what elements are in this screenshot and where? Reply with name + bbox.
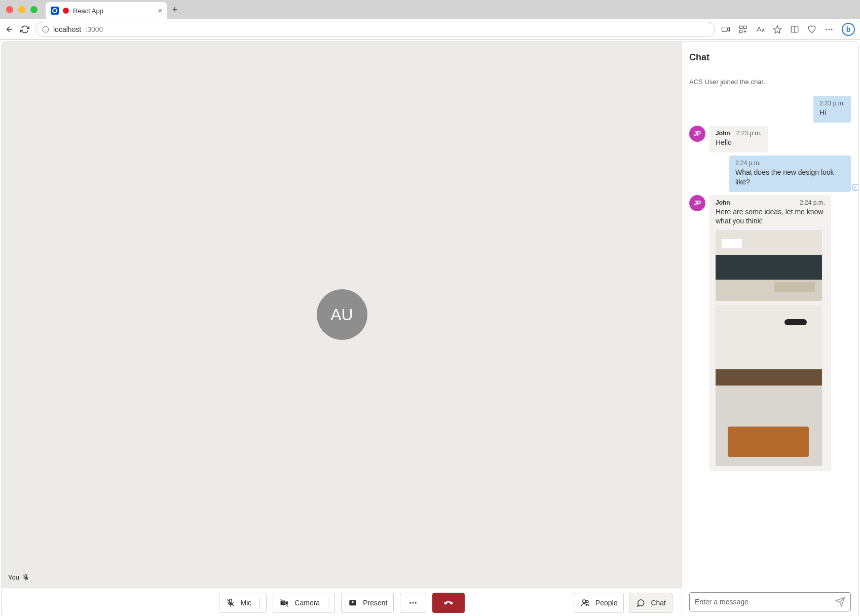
message-time: 2:24 p.m. (800, 199, 825, 206)
mic-button[interactable]: Mic (219, 593, 267, 613)
present-icon (348, 598, 358, 608)
hangup-button[interactable] (432, 593, 465, 613)
mic-label: Mic (241, 599, 252, 607)
svg-rect-4 (739, 26, 742, 28)
message-text: Hi (819, 108, 845, 118)
window-minimize-button[interactable] (18, 6, 25, 13)
self-name: You (8, 573, 19, 581)
svg-rect-3 (722, 27, 728, 32)
new-tab-button[interactable]: + (167, 5, 182, 15)
camera-label: Camera (294, 599, 320, 607)
call-controls-bar: Mic Camera Present (2, 587, 682, 616)
message-time: 2:24 p.m. (735, 160, 761, 167)
address-bar[interactable]: localhost:3000 (35, 22, 715, 37)
message-bubble[interactable]: 2:23 p.m. Hi (813, 96, 851, 123)
recording-indicator-icon (63, 8, 69, 14)
refresh-button[interactable] (20, 25, 29, 34)
divider (328, 597, 328, 609)
svg-point-25 (586, 600, 588, 603)
message-text: Hello (716, 138, 762, 147)
window-maximize-button[interactable] (30, 6, 38, 13)
svg-point-21 (410, 602, 412, 603)
message-bubble[interactable]: John2:23 p.m. Hello (709, 126, 768, 152)
read-receipt-icon: ✓ (852, 184, 858, 191)
message-input[interactable] (695, 598, 835, 606)
more-menu-button[interactable] (825, 25, 834, 34)
svg-point-12 (831, 29, 833, 30)
message-theirs: JP John2:23 p.m. Hello (689, 126, 851, 152)
message-time: 2:23 p.m. (736, 130, 762, 137)
svg-marker-7 (774, 26, 781, 33)
url-host: localhost (53, 25, 81, 33)
message-mine: 2:24 p.m. What does the new design look … (689, 156, 851, 192)
message-theirs: JP John2:24 p.m. Here are some ideas, le… (689, 195, 851, 472)
tab-favicon-icon (51, 7, 59, 15)
self-video-label: You (8, 573, 29, 581)
message-bubble[interactable]: John2:24 p.m. Here are some ideas, let m… (709, 195, 831, 472)
window-close-button[interactable] (6, 6, 13, 13)
people-button[interactable]: People (574, 593, 624, 613)
chat-icon (635, 598, 646, 608)
message-mine: 2:23 p.m. Hi (689, 96, 851, 123)
chat-input[interactable] (689, 592, 851, 611)
avatar-initials: AU (330, 305, 353, 324)
chat-input-area (682, 587, 858, 616)
svg-point-22 (413, 602, 414, 603)
back-button[interactable] (5, 25, 14, 34)
svg-point-24 (583, 600, 586, 603)
svg-rect-6 (739, 30, 742, 33)
image-attachment[interactable] (716, 305, 822, 466)
titlebar: React App × + (0, 0, 860, 19)
browser-tab[interactable]: React App × (46, 2, 167, 19)
message-bubble[interactable]: 2:24 p.m. What does the new design look … (729, 156, 851, 192)
send-button[interactable] (835, 597, 845, 607)
mic-off-icon (226, 598, 236, 608)
tab-close-button[interactable]: × (158, 7, 162, 15)
favorites-icon[interactable] (773, 25, 782, 34)
people-icon (580, 598, 590, 608)
more-options-button[interactable] (400, 593, 426, 613)
video-stage: AU You (2, 42, 682, 587)
svg-rect-5 (744, 26, 746, 28)
present-label: Present (363, 599, 387, 607)
chat-panel: Chat ACS User joined the chat. 2:23 p.m.… (682, 42, 858, 616)
app-container: AU You Mic Camera (2, 42, 858, 616)
collections-icon[interactable] (807, 25, 816, 34)
sender-name: John (716, 199, 730, 206)
url-port: :3000 (85, 25, 103, 33)
system-message: ACS User joined the chat. (689, 69, 851, 93)
participant-avatar: AU (317, 289, 367, 340)
toolbar-actions: b (721, 23, 855, 36)
chat-toggle-button[interactable]: Chat (629, 593, 672, 613)
bing-chat-icon[interactable]: b (842, 23, 855, 36)
camera-off-icon (279, 598, 289, 608)
people-label: People (595, 599, 618, 607)
info-icon (42, 26, 49, 33)
split-screen-icon[interactable] (790, 25, 799, 34)
chat-messages[interactable]: ACS User joined the chat. 2:23 p.m. Hi J… (682, 69, 858, 587)
sender-name: John (716, 130, 730, 137)
right-controls: People Chat (574, 593, 672, 613)
tab-title: React App (73, 7, 154, 15)
window-controls (6, 6, 38, 13)
present-button[interactable]: Present (341, 593, 394, 613)
extensions-icon[interactable] (738, 25, 747, 34)
camera-button[interactable]: Camera (273, 593, 335, 613)
video-area: AU You Mic Camera (2, 42, 682, 616)
sender-avatar: JP (689, 126, 705, 142)
divider (259, 597, 260, 609)
hangup-icon (443, 597, 454, 608)
message-time: 2:23 p.m. (819, 100, 845, 107)
browser-chrome: React App × + localhost:3000 b (0, 0, 860, 40)
message-text: Here are some ideas, let me know what yo… (716, 207, 825, 226)
chat-label: Chat (651, 599, 666, 607)
more-horizontal-icon (408, 598, 418, 607)
svg-point-23 (415, 602, 417, 603)
text-size-icon[interactable] (756, 25, 765, 34)
send-icon (835, 597, 845, 607)
image-attachment[interactable] (716, 230, 822, 301)
svg-point-10 (826, 29, 827, 30)
mic-muted-icon (22, 574, 29, 581)
video-capture-icon[interactable] (721, 25, 730, 34)
message-text: What does the new design look like? (735, 168, 845, 187)
